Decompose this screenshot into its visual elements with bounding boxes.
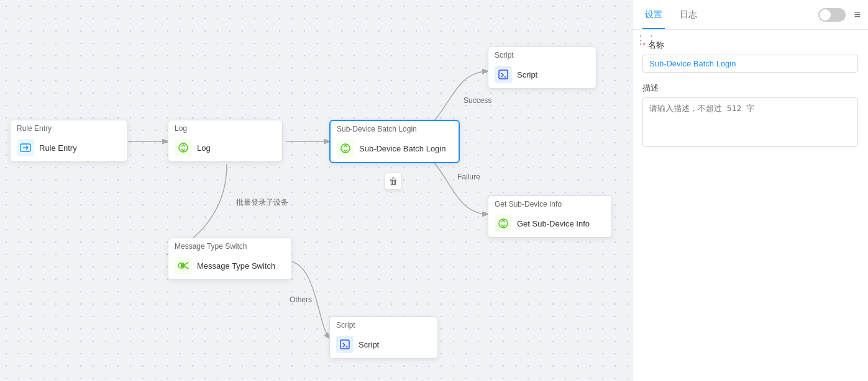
desc-textarea[interactable] bbox=[642, 97, 858, 147]
node-script-top-header: Script bbox=[488, 47, 596, 61]
success-label: Success bbox=[464, 96, 491, 105]
panel-tabs: 设置 日志 ≡ bbox=[633, 0, 868, 30]
node-script-bottom[interactable]: Script Script bbox=[329, 316, 438, 359]
menu-icon[interactable]: ≡ bbox=[854, 8, 861, 21]
node-log-label: Log bbox=[197, 143, 211, 153]
node-get-sub-device-header: Get Sub-Device Info bbox=[488, 196, 611, 210]
panel-content: ⋮⋮ 名称 描述 bbox=[633, 30, 868, 381]
right-panel: 设置 日志 ≡ ⋮⋮ 名称 描述 bbox=[632, 0, 868, 381]
script-bottom-icon bbox=[336, 336, 354, 353]
node-log-header: Log bbox=[168, 120, 282, 134]
node-script-bottom-header: Script bbox=[330, 317, 437, 331]
node-msg-switch-header: Message Type Switch bbox=[168, 238, 291, 252]
node-rule-entry-label: Rule Entry bbox=[39, 143, 77, 153]
node-get-sub-device-info[interactable]: Get Sub-Device Info Get Sub-Device Info bbox=[488, 195, 612, 238]
node-get-sub-device-label: Get Sub-Device Info bbox=[517, 219, 590, 228]
node-script-top-label: Script bbox=[517, 70, 537, 79]
script-top-icon bbox=[495, 66, 512, 83]
name-input[interactable] bbox=[642, 55, 858, 73]
getsubdevice-icon bbox=[495, 215, 512, 232]
node-rule-entry-header: Rule Entry bbox=[11, 120, 127, 134]
node-sub-device-batch-login[interactable]: Sub-Device Batch Login Sub-Device Batch … bbox=[329, 120, 460, 163]
toggle-switch[interactable] bbox=[818, 8, 846, 22]
panel-drag-handle[interactable]: ⋮⋮ bbox=[635, 33, 657, 47]
svg-point-12 bbox=[181, 264, 185, 267]
entry-icon bbox=[17, 139, 34, 156]
subdevice-icon bbox=[337, 140, 354, 157]
node-log[interactable]: Log Log bbox=[168, 120, 283, 162]
others-label: Others bbox=[290, 295, 312, 304]
log-icon bbox=[175, 139, 192, 156]
node-rule-entry[interactable]: Rule Entry Rule Entry bbox=[10, 120, 128, 162]
node-msg-switch-label: Message Type Switch bbox=[197, 261, 275, 271]
tab-log[interactable]: 日志 bbox=[677, 0, 700, 29]
name-label: 名称 bbox=[642, 40, 858, 51]
tab-settings[interactable]: 设置 bbox=[642, 0, 665, 29]
node-message-type-switch[interactable]: Message Type Switch Message Type Switch bbox=[168, 238, 292, 280]
msgswitch-icon bbox=[175, 257, 192, 274]
canvas-area[interactable]: Success Failure Others 批量登录子设备 Rule Entr… bbox=[0, 0, 632, 381]
delete-button[interactable]: 🗑 bbox=[385, 173, 402, 190]
node-script-top[interactable]: Script Script bbox=[488, 47, 596, 89]
batch-login-label: 批量登录子设备 bbox=[236, 197, 288, 208]
svg-line-14 bbox=[185, 267, 188, 269]
desc-label: 描述 bbox=[642, 83, 858, 94]
node-sub-device-header: Sub-Device Batch Login bbox=[331, 121, 459, 135]
svg-line-13 bbox=[185, 262, 188, 264]
failure-label: Failure bbox=[457, 173, 480, 181]
node-sub-device-label: Sub-Device Batch Login bbox=[359, 144, 445, 153]
node-script-bottom-label: Script bbox=[359, 340, 379, 349]
